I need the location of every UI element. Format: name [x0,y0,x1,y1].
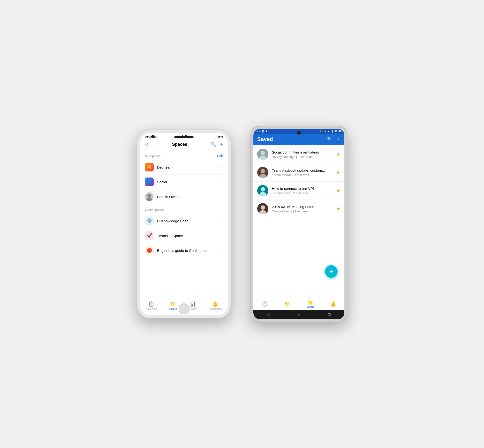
svg-point-9 [261,187,265,192]
my-spaces-label: My Spaces [145,154,160,158]
android-time: 12:49 [335,130,342,133]
home-button[interactable]: ○ [298,312,300,317]
activity-tab-label: Activity [189,308,196,310]
saved-item-1[interactable]: Social committee event ideas Harvey Jenn… [253,145,344,163]
iphone-home-button[interactable] [179,304,189,314]
chevron-icon: › [222,234,223,238]
add-icon[interactable]: + [220,141,223,147]
vibrate-icon: 📳 [320,130,323,133]
teamsinspace-name: Teams in Space [157,234,222,238]
emmett-avatar [257,185,268,196]
activity-tab-icon: 📊 [190,301,196,307]
spaces-tab-label: Spaces [169,308,177,310]
saved-item-2-meta: Emma McRae | 3 min read [272,173,334,177]
saved-item-4[interactable]: 2018-03-15 Meeting notes Cassie Owens | … [253,200,344,218]
saved-item-2-title: Team playbook update: custom... [272,168,334,173]
tab-activity[interactable]: 📊 Activity [189,301,196,310]
saved-item-3[interactable]: How to connect to our VPN Emmett Paris |… [253,182,344,200]
android-header: Saved 🔍 ⋮ [253,134,344,145]
android-navbar: ◁ ○ □ [253,310,344,319]
android-tab-spaces[interactable]: 📁 [284,301,290,307]
space-item-itknowledge[interactable]: ⚙️ IT Knowledge Base › [140,214,228,228]
notifications-android-tab-icon: 🔔 [330,301,336,307]
teamsinspace-icon: 🚀 [145,231,154,240]
iphone-speaker [174,136,194,138]
saved-item-2[interactable]: Team playbook update: custom... Emma McR… [253,163,344,182]
image-icon: 🖼 [262,130,265,133]
saved-item-4-meta: Cassie Owens | 1 min read [272,209,334,213]
cassie-name: Cassie Owens [157,195,222,199]
tab-spaces[interactable]: 📁 Spaces [169,301,177,310]
android-screen: ✕ ✉ 🖼 ⬆ 📳 ▲ ▲ 🔋 12:49 Saved 🔍 [253,129,344,319]
network-icon: ▲ [328,130,330,133]
star-icon-2[interactable]: ★ [336,169,341,175]
space-item-devteam[interactable]: 🍕 Dev team › [140,160,228,175]
saved-tab-label: Saved [307,306,314,308]
mail-icon: ✉ [259,130,261,133]
space-item-teamsinspace[interactable]: 🚀 Teams in Space › [140,228,228,243]
harvey-avatar [257,149,268,160]
android-device: ✕ ✉ 🖼 ⬆ 📳 ▲ ▲ 🔋 12:49 Saved 🔍 [250,126,347,322]
chevron-icon: › [222,165,223,169]
tab-yourwork[interactable]: 📋 Your work [146,301,157,310]
cassie-avatar [145,192,154,201]
wifi-icon: ▲ [324,130,327,133]
cassie-android-avatar [257,203,268,214]
social-icon: 📘 [145,177,154,186]
my-spaces-header: My Spaces Edit [140,150,228,160]
social-name: Social [157,180,222,184]
back-button[interactable]: ◁ [267,312,270,317]
nav-icons: 🔍 + [211,141,223,147]
space-item-cassie[interactable]: Cassie Owens › [140,189,228,204]
android-tab-saved[interactable]: ⭐ Saved [307,299,314,308]
chevron-icon: › [222,248,223,252]
fab-button[interactable]: + [325,265,338,278]
saved-item-3-info: How to connect to our VPN Emmett Paris |… [272,186,334,195]
search-icon[interactable]: 🔍 [211,142,216,147]
chevron-icon: › [222,180,223,184]
itknowledge-name: IT Knowledge Base [157,219,222,223]
spaces-title: Spaces [172,142,187,147]
iphone-navbar: ⚙ Spaces 🔍 + [140,139,228,150]
android-tabbar: 🕐 📁 ⭐ Saved 🔔 [253,297,344,310]
android-header-icons: 🔍 ⋮ [327,136,341,142]
tab-notifications[interactable]: 🔔 Notifications [209,301,222,310]
devteam-name: Dev team [157,165,222,169]
saved-item-1-title: Social committee event ideas [272,150,334,155]
edit-button[interactable]: Edit [217,154,223,158]
battery-text: 95% [218,135,223,138]
star-icon-4[interactable]: ★ [336,206,341,212]
android-tab-recent[interactable]: 🕐 [262,301,268,307]
scene: Optus 4G 6:42 am 95% ⚙ Spaces 🔍 + My Spa… [137,126,347,322]
recents-button[interactable]: □ [328,312,331,317]
saved-item-3-meta: Emmett Paris | 2 min read [272,191,334,195]
android-camera [297,131,301,135]
star-icon-1[interactable]: ★ [336,151,341,157]
saved-item-1-info: Social committee event ideas Harvey Jenn… [272,150,334,159]
other-spaces-label: Other spaces [145,208,164,212]
svg-point-3 [261,151,265,155]
android-search-icon[interactable]: 🔍 [327,136,332,142]
android-right-status-icons: 📳 ▲ ▲ 🔋 12:49 [320,130,342,133]
svg-point-6 [261,169,265,173]
beginners-icon: 🔴 [145,246,154,255]
notifications-tab-icon: 🔔 [212,301,218,307]
gear-icon[interactable]: ⚙ [145,142,149,147]
spaces-android-tab-icon: 📁 [284,301,290,307]
spaces-tab-icon: 📁 [170,301,176,307]
saved-item-4-title: 2018-03-15 Meeting notes [272,204,334,209]
saved-tab-icon: ⭐ [307,299,313,305]
other-spaces-header: Other spaces [140,204,228,214]
space-item-social[interactable]: 📘 Social › [140,175,228,189]
svg-point-0 [147,194,151,198]
saved-item-2-info: Team playbook update: custom... Emma McR… [272,168,334,177]
beginners-name: Beginner's guide to Confluence [157,248,222,253]
android-more-icon[interactable]: ⋮ [336,136,341,142]
emma-avatar [257,167,268,178]
space-item-beginners[interactable]: 🔴 Beginner's guide to Confluence › [140,243,228,258]
iphone-screen: Optus 4G 6:42 am 95% ⚙ Spaces 🔍 + My Spa… [140,133,228,315]
star-icon-3[interactable]: ★ [336,188,341,193]
android-tab-notifications[interactable]: 🔔 [330,301,336,307]
saved-item-4-info: 2018-03-15 Meeting notes Cassie Owens | … [272,204,334,213]
iphone-content: My Spaces Edit 🍕 Dev team › 📘 Social › [140,150,228,299]
